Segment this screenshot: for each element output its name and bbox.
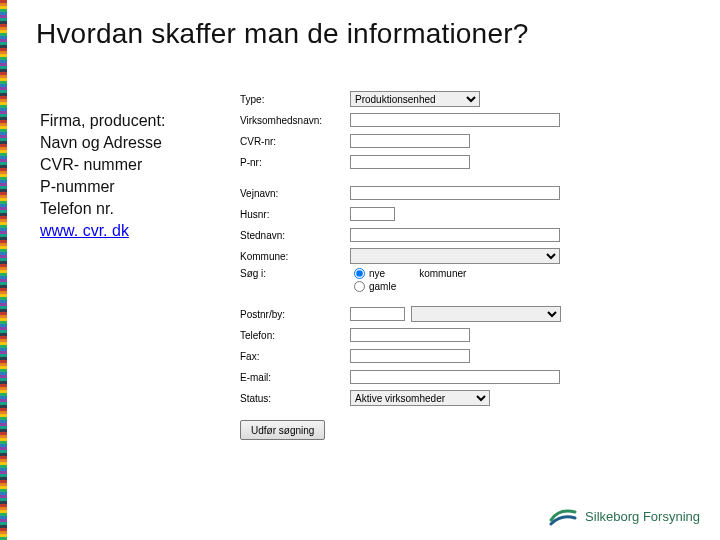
radio-gamle[interactable] xyxy=(354,281,365,292)
husnr-input[interactable] xyxy=(350,207,395,221)
virksomhedsnavn-label: Virksomhedsnavn: xyxy=(240,115,350,126)
left-line-3: CVR- nummer xyxy=(40,154,165,176)
telefon-input[interactable] xyxy=(350,328,470,342)
left-line-4: P-nummer xyxy=(40,176,165,198)
radio-nye[interactable] xyxy=(354,268,365,279)
pnr-input[interactable] xyxy=(350,155,470,169)
stednavn-input[interactable] xyxy=(350,228,560,242)
virksomhedsnavn-input[interactable] xyxy=(350,113,560,127)
postnr-input[interactable] xyxy=(350,307,405,321)
telefon-label: Telefon: xyxy=(240,330,350,341)
husnr-label: Husnr: xyxy=(240,209,350,220)
status-label: Status: xyxy=(240,393,350,404)
cvr-link[interactable]: www. cvr. dk xyxy=(40,222,129,239)
email-input[interactable] xyxy=(350,370,560,384)
by-select[interactable] xyxy=(411,306,561,322)
type-label: Type: xyxy=(240,94,350,105)
search-form: Type: Produktionsenhed Virksomhedsnavn: … xyxy=(240,90,580,443)
stednavn-label: Stednavn: xyxy=(240,230,350,241)
radio-nye-label: nye xyxy=(369,268,385,279)
decorative-stripe xyxy=(0,0,7,540)
radio-extra-label: kommuner xyxy=(419,268,466,279)
left-line-5: Telefon nr. xyxy=(40,198,165,220)
left-info-block: Firma, producent: Navn og Adresse CVR- n… xyxy=(40,110,165,242)
vejnavn-input[interactable] xyxy=(350,186,560,200)
status-select[interactable]: Aktive virksomheder xyxy=(350,390,490,406)
footer-brand-text: Silkeborg Forsyning xyxy=(585,509,700,524)
footer-brand: Silkeborg Forsyning xyxy=(549,506,700,526)
fax-input[interactable] xyxy=(350,349,470,363)
search-button[interactable]: Udfør søgning xyxy=(240,420,325,440)
pnr-label: P-nr: xyxy=(240,157,350,168)
kommune-label: Kommune: xyxy=(240,251,350,262)
kommune-select[interactable] xyxy=(350,248,560,264)
sogi-label: Søg i: xyxy=(240,268,350,279)
type-select[interactable]: Produktionsenhed xyxy=(350,91,480,107)
vejnavn-label: Vejnavn: xyxy=(240,188,350,199)
left-line-1: Firma, producent: xyxy=(40,110,165,132)
cvrnr-label: CVR-nr: xyxy=(240,136,350,147)
logo-icon xyxy=(549,506,577,526)
postnrby-label: Postnr/by: xyxy=(240,309,350,320)
left-line-2: Navn og Adresse xyxy=(40,132,165,154)
email-label: E-mail: xyxy=(240,372,350,383)
page-title: Hvordan skaffer man de informationer? xyxy=(36,18,528,50)
sogi-radio-group: nye kommuner gamle xyxy=(354,268,466,292)
radio-gamle-label: gamle xyxy=(369,281,396,292)
fax-label: Fax: xyxy=(240,351,350,362)
cvrnr-input[interactable] xyxy=(350,134,470,148)
